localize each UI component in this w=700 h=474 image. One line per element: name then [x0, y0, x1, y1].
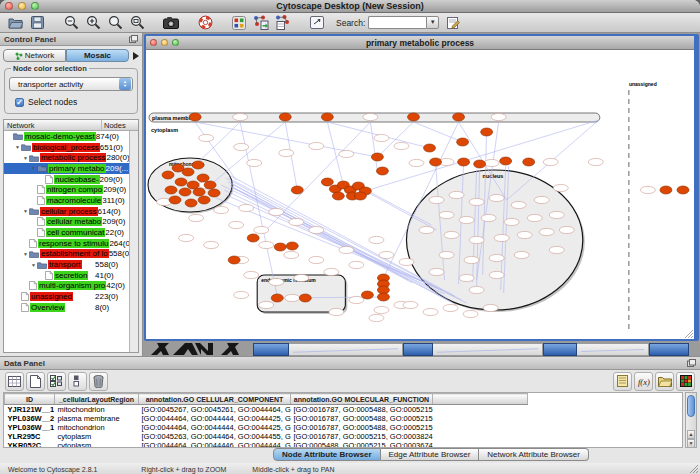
- gene-node[interactable]: [294, 274, 309, 281]
- background-window-titlebar[interactable]: [543, 343, 577, 356]
- highlighted-gene-node[interactable]: [376, 167, 388, 175]
- column-header[interactable]: _cellularLayoutRegion: [55, 394, 139, 405]
- tree-row[interactable]: ▼cellular process614(0): [4, 206, 129, 217]
- gene-node[interactable]: [284, 251, 299, 258]
- highlighted-gene-node[interactable]: [208, 189, 220, 197]
- highlighted-gene-node[interactable]: [192, 161, 204, 169]
- highlighted-gene-node[interactable]: [169, 196, 181, 204]
- gene-node[interactable]: [399, 258, 414, 265]
- search-input[interactable]: [368, 16, 426, 29]
- import-table-button[interactable]: [273, 14, 293, 32]
- vizmapper-button[interactable]: [229, 14, 249, 32]
- highlighted-gene-node[interactable]: [371, 153, 383, 161]
- highlighted-gene-node[interactable]: [274, 243, 286, 251]
- table-row[interactable]: YKR052Ccytoplasm[GO:0044464, GO:0044446,…: [5, 441, 528, 448]
- highlighted-gene-node[interactable]: [162, 171, 174, 179]
- gene-node[interactable]: [423, 308, 438, 315]
- gene-node[interactable]: [329, 308, 344, 315]
- highlighted-gene-node[interactable]: [453, 113, 465, 121]
- gene-node[interactable]: [369, 314, 384, 321]
- highlighted-gene-node[interactable]: [286, 242, 298, 250]
- zoom-in-button[interactable]: [83, 14, 103, 32]
- gene-node[interactable]: [244, 271, 259, 278]
- attribute-toggle-button[interactable]: [68, 372, 87, 391]
- highlighted-gene-node[interactable]: [187, 181, 199, 189]
- gene-node[interactable]: [259, 241, 274, 248]
- highlighted-gene-node[interactable]: [677, 186, 689, 194]
- tab-network-attribute-browser[interactable]: Network Attribute Browser: [479, 448, 588, 461]
- gene-node[interactable]: [559, 226, 574, 233]
- background-window-titlebar[interactable]: [253, 343, 289, 356]
- highlighted-gene-node[interactable]: [500, 157, 512, 165]
- snapshot-button[interactable]: [161, 14, 181, 32]
- gene-node[interactable]: [374, 306, 389, 313]
- network-canvas[interactable]: plasma membrane cytoplasm mitochondrion …: [146, 50, 694, 339]
- gene-node[interactable]: [543, 158, 558, 165]
- highlighted-gene-node[interactable]: [271, 294, 283, 302]
- highlighted-gene-node[interactable]: [354, 192, 366, 200]
- canvas-resize-grip[interactable]: [684, 329, 693, 338]
- gene-node[interactable]: [463, 310, 478, 317]
- gene-node[interactable]: [429, 196, 444, 203]
- gene-node[interactable]: [517, 231, 532, 238]
- tree-row[interactable]: ▼metabolic process280(0): [4, 152, 129, 163]
- gene-node[interactable]: [199, 134, 214, 141]
- tree-row[interactable]: cellular metabo209(0): [4, 217, 129, 228]
- gene-node[interactable]: [459, 216, 474, 223]
- attribute-checklist-button[interactable]: [47, 372, 66, 391]
- highlighted-gene-node[interactable]: [247, 234, 259, 242]
- scroll-down-button[interactable]: ▼: [687, 439, 695, 448]
- gene-node[interactable]: [339, 150, 354, 157]
- highlighted-gene-node[interactable]: [182, 168, 194, 176]
- gene-node[interactable]: [324, 268, 339, 275]
- highlighted-gene-node[interactable]: [228, 256, 240, 264]
- gene-node[interactable]: [443, 304, 458, 311]
- background-window-titlebar[interactable]: [403, 343, 433, 356]
- highlighted-gene-node[interactable]: [361, 291, 373, 299]
- gene-node[interactable]: [349, 296, 364, 303]
- tab-network[interactable]: Network: [3, 49, 66, 62]
- gene-node[interactable]: [534, 196, 549, 203]
- gene-node[interactable]: [189, 214, 204, 221]
- highlighted-gene-node[interactable]: [458, 158, 470, 166]
- highlighted-gene-node[interactable]: [321, 178, 333, 186]
- gene-node[interactable]: [309, 256, 324, 263]
- gene-node[interactable]: [285, 294, 300, 301]
- gene-node[interactable]: [469, 198, 484, 205]
- gene-node[interactable]: [588, 158, 603, 165]
- highlighted-gene-node[interactable]: [481, 128, 493, 136]
- gene-node[interactable]: [527, 214, 542, 221]
- gene-node[interactable]: [254, 226, 269, 233]
- tree-row[interactable]: secretion41(0): [4, 270, 129, 281]
- table-row[interactable]: YPL036W__2plasma membrane[GO:0044464, GO…: [5, 414, 528, 423]
- float-control-panel-icon[interactable]: [129, 35, 138, 43]
- disclosure-arrow-icon[interactable]: ▼: [31, 165, 36, 171]
- gene-node[interactable]: [429, 268, 444, 275]
- gene-node[interactable]: [379, 251, 394, 258]
- gene-node[interactable]: [229, 221, 244, 228]
- gene-node[interactable]: [179, 234, 194, 241]
- scroll-up-button[interactable]: ▲: [687, 430, 695, 439]
- column-header[interactable]: ID: [5, 394, 55, 405]
- tree-scrollbar[interactable]: [129, 131, 138, 352]
- gene-node[interactable]: [309, 226, 324, 233]
- table-scrollbar[interactable]: ▲▼: [685, 392, 697, 448]
- disclosure-arrow-icon[interactable]: ▼: [15, 144, 20, 150]
- gene-node[interactable]: [214, 206, 229, 213]
- save-session-button[interactable]: [27, 14, 47, 32]
- gene-node[interactable]: [394, 142, 409, 149]
- gene-node[interactable]: [269, 278, 284, 285]
- gene-node[interactable]: [494, 234, 509, 241]
- highlighted-gene-node[interactable]: [198, 196, 210, 204]
- highlighted-gene-node[interactable]: [279, 113, 291, 121]
- gene-node[interactable]: [363, 113, 378, 120]
- gene-node[interactable]: [464, 256, 479, 263]
- highlighted-gene-node[interactable]: [291, 186, 303, 194]
- disclosure-arrow-icon[interactable]: ▼: [31, 262, 36, 268]
- tree-row[interactable]: ▼primary metabo209(...: [4, 163, 129, 174]
- gene-node[interactable]: [289, 218, 304, 225]
- background-window-body[interactable]: [433, 343, 543, 356]
- gene-node[interactable]: [539, 228, 554, 235]
- edge[interactable]: [413, 122, 462, 142]
- gene-node[interactable]: [514, 251, 529, 258]
